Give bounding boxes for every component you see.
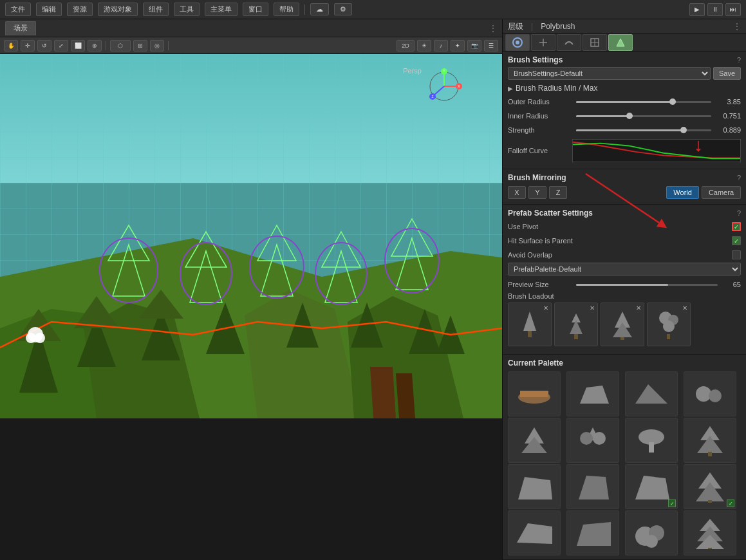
scene-canvas[interactable]: Y X Z Persp: [0, 54, 502, 418]
palette-item-slab2[interactable]: [566, 510, 619, 555]
loadout-close-2[interactable]: ✕: [636, 304, 641, 312]
mirror-z-btn[interactable]: Z: [549, 186, 567, 199]
tool-hand[interactable]: ✋: [4, 40, 18, 51]
preview-size-slider[interactable]: [576, 284, 718, 286]
svg-rect-100: [708, 452, 712, 456]
palette-item-rock3[interactable]: [684, 371, 736, 416]
hierarchy-tab-label[interactable]: 层级: [508, 21, 523, 32]
palette-item-bush2[interactable]: [566, 418, 619, 463]
play-btn[interactable]: ▶: [689, 3, 705, 16]
tool-custom2[interactable]: ⊞: [133, 40, 147, 51]
prefab-scatter-help[interactable]: ?: [737, 209, 741, 217]
palette-item-log[interactable]: [508, 371, 561, 416]
gizmo-btn[interactable]: ☰: [484, 40, 498, 51]
collab-btn[interactable]: ⚙: [334, 3, 352, 15]
palette-item-tree1[interactable]: [684, 418, 736, 463]
strength-slider[interactable]: [576, 129, 711, 131]
svg-rect-106: [708, 500, 712, 503]
pause-btn[interactable]: ⏸: [707, 3, 723, 16]
menu-tools[interactable]: 工具: [174, 3, 200, 16]
menu-jobs[interactable]: 主菜单: [205, 3, 238, 16]
step-btn[interactable]: ⏭: [725, 3, 741, 16]
palette-item-bigrock3[interactable]: ✓: [625, 464, 678, 509]
loadout-item-3[interactable]: ✕: [647, 303, 691, 346]
tool-rect[interactable]: ⬜: [71, 40, 85, 51]
prefab-scatter-section: Prefab Scatter Settings ? Use Pivot ✓ Hi…: [503, 205, 746, 355]
palette-item-slab1[interactable]: [508, 510, 561, 555]
menu-file[interactable]: 文件: [5, 3, 31, 16]
mirror-world-btn[interactable]: World: [666, 186, 699, 199]
polybrush-tab-label[interactable]: Polybrush: [541, 22, 575, 31]
mirror-camera-btn[interactable]: Camera: [702, 186, 741, 199]
outer-radius-slider[interactable]: [576, 101, 711, 103]
loadout-close-3[interactable]: ✕: [682, 304, 687, 312]
lighting-btn[interactable]: ☀: [417, 40, 431, 51]
brush-save-btn[interactable]: Save: [713, 67, 741, 80]
strength-thumb[interactable]: [680, 127, 687, 133]
scene-tab[interactable]: 场景: [5, 21, 36, 35]
loadout-item-2[interactable]: ✕: [601, 303, 644, 346]
gizmo[interactable]: Y X Z: [425, 67, 463, 106]
icon-tab-smooth[interactable]: [557, 34, 581, 51]
outer-radius-thumb[interactable]: [669, 98, 676, 105]
menu-gameobject[interactable]: 游戏对象: [98, 3, 138, 16]
palette-item-bigrock2[interactable]: [566, 464, 619, 509]
mirror-x-btn[interactable]: X: [508, 186, 526, 199]
palette-item-cluster[interactable]: [625, 510, 678, 555]
prefab-scatter-title: Prefab Scatter Settings: [508, 209, 593, 218]
tool-rotate[interactable]: ↺: [37, 40, 51, 51]
audio-btn[interactable]: ♪: [434, 40, 448, 51]
svg-rect-86: [520, 391, 548, 397]
palette-item-pinetree[interactable]: [684, 510, 736, 555]
use-pivot-checkbox[interactable]: ✓: [732, 222, 741, 231]
menu-assets[interactable]: 资源: [67, 3, 93, 16]
menu-help[interactable]: 帮助: [274, 3, 299, 16]
svg-rect-84: [667, 334, 670, 339]
loadout-close-1[interactable]: ✕: [590, 304, 595, 312]
tool-move[interactable]: ✛: [21, 40, 35, 51]
hit-surface-check: ✓: [734, 238, 739, 245]
palette-item-rock2[interactable]: [625, 371, 678, 416]
icon-tab-paint[interactable]: [505, 34, 530, 51]
right-toolbar-group: 2D ☀ ♪ ✦ 📷 ☰: [396, 40, 498, 51]
tool-pivot[interactable]: ◎: [150, 40, 164, 51]
tool-combo[interactable]: ⊕: [88, 40, 102, 51]
mirror-y-btn[interactable]: Y: [528, 186, 546, 199]
view-btn-2d[interactable]: 2D: [396, 40, 415, 51]
cam-btn[interactable]: 📷: [467, 40, 481, 51]
scene-menu-dots[interactable]: ⋮: [489, 24, 497, 33]
fx-btn[interactable]: ✦: [451, 40, 465, 51]
scene-canvas-wrapper[interactable]: Y X Z Persp: [0, 54, 502, 418]
avoid-overlap-checkbox[interactable]: [732, 250, 741, 259]
palette-item-bigtree[interactable]: ✓: [684, 464, 736, 509]
palette-item-rock1[interactable]: [566, 371, 619, 416]
icon-tab-scatter[interactable]: [531, 34, 555, 51]
palette-preset-dropdown[interactable]: PrefabPalette-Default: [508, 263, 741, 275]
icon-tab-color[interactable]: [608, 34, 633, 51]
account-btn[interactable]: ☁: [310, 3, 329, 15]
panel-menu-dots[interactable]: ⋮: [733, 22, 741, 31]
loadout-item-1[interactable]: ✕: [554, 303, 598, 346]
svg-marker-6: [396, 373, 415, 418]
svg-point-34: [26, 333, 36, 343]
tool-scale[interactable]: ⤢: [54, 40, 68, 51]
inner-radius-slider[interactable]: [576, 115, 711, 117]
menu-edit[interactable]: 编辑: [36, 3, 62, 16]
palette-item-bigrock1[interactable]: [508, 464, 561, 509]
radius-section-header[interactable]: ▶ Brush Radius Min / Max: [508, 84, 741, 93]
brush-preset-row: BrushSettings-Default Save: [508, 67, 741, 80]
brush-mirroring-help[interactable]: ?: [737, 174, 741, 182]
brush-preset-dropdown[interactable]: BrushSettings-Default: [508, 67, 711, 80]
menu-window[interactable]: 窗口: [243, 3, 268, 16]
loadout-item-0[interactable]: ✕: [508, 303, 552, 346]
palette-item-mushroom[interactable]: [625, 418, 678, 463]
hit-surface-checkbox[interactable]: ✓: [732, 236, 741, 245]
loadout-close-0[interactable]: ✕: [543, 304, 548, 312]
brush-settings-help[interactable]: ?: [737, 56, 741, 64]
palette-item-bush1[interactable]: [508, 418, 561, 463]
tool-custom1[interactable]: ⬡: [110, 40, 131, 51]
inner-radius-thumb[interactable]: [626, 113, 633, 119]
menu-component[interactable]: 组件: [143, 3, 169, 16]
icon-tab-texture[interactable]: [583, 34, 607, 51]
falloff-curve[interactable]: [572, 139, 741, 162]
